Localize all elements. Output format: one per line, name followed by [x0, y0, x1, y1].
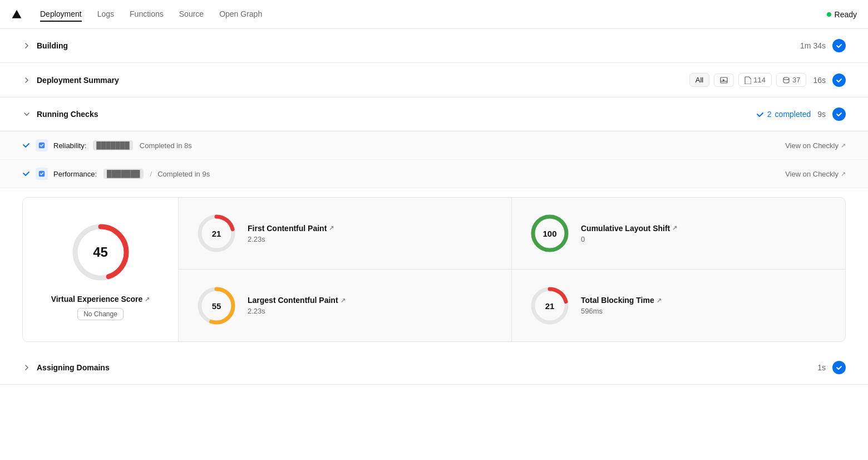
- svg-marker-0: [12, 9, 22, 18]
- reliability-check: Reliability: ███████ Completed in 8s Vie…: [0, 131, 868, 160]
- tbt-score-label: 21: [545, 301, 555, 310]
- fcp-gauge: 21: [194, 211, 239, 256]
- main-score-label: 45: [93, 244, 108, 260]
- performance-service-icon: [36, 168, 48, 180]
- external-link2-icon: ↗: [841, 170, 846, 178]
- tab-open-graph[interactable]: Open Graph: [219, 7, 262, 22]
- file-count-value: 114: [753, 76, 766, 84]
- performance-completed: Completed in 9s: [157, 170, 210, 178]
- fcp-info: First Contentful Paint ↗ 2.23s: [248, 224, 334, 243]
- fcp-value: 2.23s: [248, 235, 334, 243]
- completed-label: completed: [775, 110, 811, 119]
- cls-info: Cumulative Layout Shift ↗ 0: [581, 224, 677, 243]
- running-checks-status-icon: [832, 107, 846, 121]
- building-status-icon: [832, 39, 846, 52]
- file-icon: [744, 76, 751, 84]
- file-count: 114: [738, 73, 772, 87]
- performance-view-checkly[interactable]: View on Checkly ↗: [785, 170, 846, 178]
- virtual-experience-score-card: 45 Virtual Experience Score ↗ No Change: [23, 198, 179, 341]
- performance-badge1: ███████: [103, 169, 144, 179]
- score-title: Virtual Experience Score ↗: [51, 295, 150, 304]
- cache-count-value: 37: [792, 76, 800, 84]
- deployment-summary-time: 16s: [813, 76, 826, 85]
- lcp-value: 2.23s: [248, 307, 346, 315]
- logo-icon: [11, 9, 22, 20]
- svg-marker-2: [723, 79, 725, 81]
- tbt-name: Total Blocking Time ↗: [581, 296, 662, 305]
- metric-tbt: 21 Total Blocking Time ↗ 596ms: [512, 270, 845, 341]
- running-checks-chevron[interactable]: [22, 110, 31, 119]
- cache-count: 37: [776, 73, 806, 87]
- filter-all-button[interactable]: All: [689, 73, 709, 87]
- building-chevron[interactable]: [22, 41, 31, 50]
- cls-score-label: 100: [542, 229, 556, 238]
- building-title: Building: [37, 41, 68, 50]
- building-time: 1m 34s: [800, 41, 826, 50]
- tab-source[interactable]: Source: [179, 7, 204, 22]
- running-checks-time: 9s: [817, 110, 826, 119]
- assigning-domains-status-icon: [832, 361, 846, 374]
- fcp-name: First Contentful Paint ↗: [248, 224, 334, 233]
- reliability-completed: Completed in 8s: [140, 141, 192, 150]
- assigning-domains-chevron[interactable]: [22, 363, 31, 372]
- deployment-summary-chevron[interactable]: [22, 76, 31, 85]
- assigning-domains-section: Assigning Domains 1s: [0, 351, 868, 385]
- deployment-summary-toolbar: All 114 37: [689, 73, 807, 87]
- assigning-domains-title: Assigning Domains: [37, 363, 110, 372]
- check-icon: [756, 110, 764, 118]
- status-dot-icon: [827, 12, 831, 17]
- reliability-badge: ███████: [93, 140, 133, 150]
- reliability-name: Reliability:: [53, 141, 86, 150]
- reliability-view-checkly[interactable]: View on Checkly ↗: [785, 141, 846, 150]
- tab-deployment[interactable]: Deployment: [40, 7, 82, 22]
- svg-point-4: [783, 77, 789, 80]
- play-icon: [720, 76, 728, 84]
- fcp-ext-icon: ↗: [329, 224, 334, 232]
- performance-check: Performance: ███████ / Completed in 9s V…: [0, 160, 868, 188]
- metrics-grid: 21 First Contentful Paint ↗ 2.23s 100: [179, 198, 845, 341]
- metric-fcp: 21 First Contentful Paint ↗ 2.23s: [179, 198, 512, 270]
- metric-cls: 100 Cumulative Layout Shift ↗ 0: [512, 198, 845, 270]
- cls-gauge: 100: [527, 211, 572, 256]
- lcp-name: Largest Contentful Paint ↗: [248, 296, 346, 305]
- running-checks-title: Running Checks: [37, 110, 98, 119]
- running-checks-section: Running Checks 2 completed 9s: [0, 97, 868, 131]
- cls-name: Cumulative Layout Shift ↗: [581, 224, 677, 233]
- deployment-status: Ready: [827, 10, 857, 19]
- checks-completed-status: 2 completed: [756, 110, 811, 119]
- tbt-ext-icon: ↗: [657, 297, 662, 304]
- score-ext-link-icon: ↗: [145, 296, 150, 303]
- cls-ext-icon: ↗: [672, 224, 677, 232]
- media-count: [714, 74, 734, 87]
- performance-cards: 45 Virtual Experience Score ↗ No Change …: [22, 197, 846, 342]
- performance-name: Performance:: [53, 170, 97, 178]
- lcp-info: Largest Contentful Paint ↗ 2.23s: [248, 296, 346, 315]
- cls-value: 0: [581, 235, 677, 243]
- cache-icon: [782, 76, 790, 84]
- performance-tick-icon: [22, 169, 30, 179]
- tbt-info: Total Blocking Time ↗ 596ms: [581, 296, 662, 315]
- status-label: Ready: [835, 10, 857, 19]
- deployment-summary-section: Deployment Summary All 114 37 16s: [0, 63, 868, 97]
- tbt-value: 596ms: [581, 307, 662, 315]
- reliability-service-icon: [36, 139, 48, 151]
- completed-count: 2: [767, 110, 772, 119]
- assigning-domains-time: 1s: [817, 363, 826, 372]
- lcp-score-label: 55: [212, 301, 221, 310]
- main-score-gauge: 45: [67, 219, 134, 286]
- lcp-ext-icon: ↗: [341, 297, 346, 304]
- lcp-gauge: 55: [194, 283, 239, 328]
- metric-lcp: 55 Largest Contentful Paint ↗ 2.23s: [179, 270, 512, 341]
- external-link-icon: ↗: [841, 142, 846, 149]
- tab-functions[interactable]: Functions: [130, 7, 164, 22]
- deployment-summary-status-icon: [832, 74, 846, 87]
- tbt-gauge: 21: [527, 283, 572, 328]
- deployment-summary-title: Deployment Summary: [37, 76, 119, 85]
- fcp-score-label: 21: [212, 229, 221, 238]
- tab-logs[interactable]: Logs: [97, 7, 114, 22]
- building-section: Building 1m 34s: [0, 29, 868, 63]
- performance-separator: /: [150, 170, 152, 178]
- navigation: Deployment Logs Functions Source Open Gr…: [0, 0, 868, 29]
- no-change-badge: No Change: [77, 308, 124, 320]
- reliability-tick-icon: [22, 141, 30, 150]
